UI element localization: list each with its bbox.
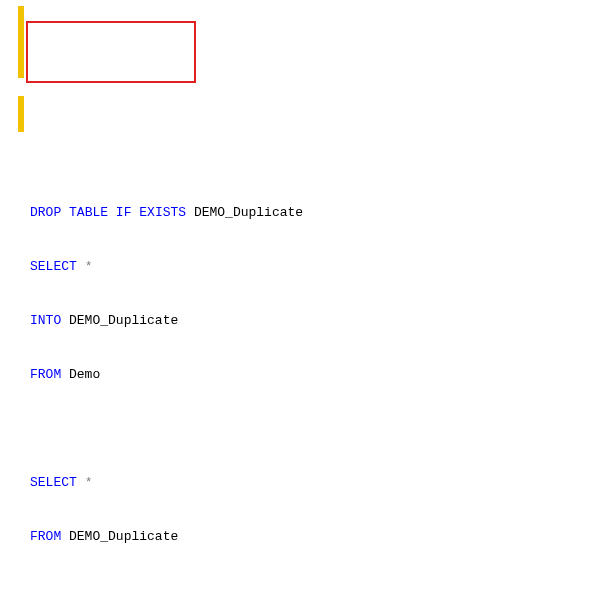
sql-editor[interactable]: DROP TABLE IF EXISTS DEMO_Duplicate SELE… — [0, 0, 610, 610]
sql-line-2[interactable]: SELECT * — [30, 258, 600, 276]
sql-line-3[interactable]: INTO DEMO_Duplicate — [30, 312, 600, 330]
sql-line-7[interactable]: FROM DEMO_Duplicate — [30, 528, 600, 546]
sql-line-1[interactable]: DROP TABLE IF EXISTS DEMO_Duplicate — [30, 204, 600, 222]
highlight-box-sql — [26, 21, 196, 83]
sql-line-5[interactable] — [30, 420, 600, 438]
sql-line-6[interactable]: SELECT * — [30, 474, 600, 492]
sql-line-4[interactable]: FROM Demo — [30, 366, 600, 384]
